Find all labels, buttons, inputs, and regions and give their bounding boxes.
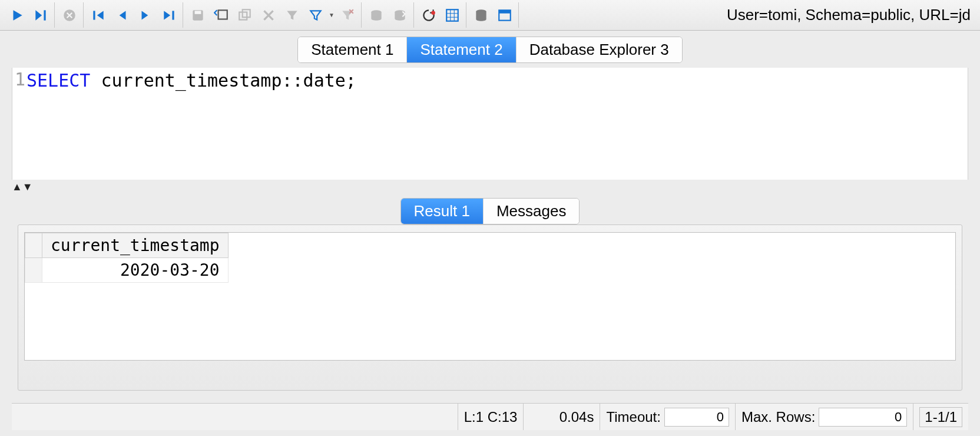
splitter-handle[interactable]: ▲▼ xyxy=(12,180,968,194)
clear-filter-button xyxy=(336,4,359,27)
refresh-button[interactable] xyxy=(418,4,440,27)
insert-row-button[interactable] xyxy=(210,4,233,27)
tab-statement-3[interactable]: Database Explorer 3 xyxy=(517,37,682,62)
show-tables-button[interactable] xyxy=(494,4,516,27)
tab-statement-2[interactable]: Statement 2 xyxy=(407,37,516,62)
connection-info: User=tomi, Schema=public, URL=jd xyxy=(721,6,976,24)
result-tabs: Result 1Messages xyxy=(0,194,980,224)
save-button xyxy=(187,4,209,27)
timeout-input[interactable]: 0 xyxy=(664,408,729,427)
grid-options-button[interactable] xyxy=(441,4,463,27)
prev-record-button[interactable] xyxy=(111,4,133,27)
row-selector-header[interactable] xyxy=(25,233,42,258)
sql-text[interactable]: SELECT current_timestamp::date; xyxy=(27,68,968,180)
svg-rect-12 xyxy=(446,9,458,21)
timeout-field: Timeout: 0 xyxy=(600,404,734,430)
delete-row-button xyxy=(257,4,280,27)
stop-button xyxy=(58,4,81,27)
svg-rect-2 xyxy=(93,11,95,19)
timeout-label: Timeout: xyxy=(606,409,660,425)
line-gutter: 1 xyxy=(12,68,27,180)
run-to-cursor-button[interactable] xyxy=(29,4,52,27)
rollback-button xyxy=(389,4,411,27)
status-message xyxy=(12,404,458,430)
last-record-button[interactable] xyxy=(158,4,180,27)
maxrows-input[interactable]: 0 xyxy=(819,408,907,427)
run-button[interactable] xyxy=(6,4,28,27)
commit-button xyxy=(365,4,388,27)
row-range: 1-1/1 xyxy=(913,404,968,430)
filter-button xyxy=(281,4,303,27)
maxrows-field: Max. Rows: 0 xyxy=(735,404,913,430)
svg-rect-15 xyxy=(499,10,511,13)
row-selector[interactable] xyxy=(25,258,42,283)
editor-tabs: Statement 1Statement 2Database Explorer … xyxy=(0,31,980,63)
table-row[interactable]: 2020-03-20 xyxy=(25,258,229,283)
cursor-position: L:1 C:13 xyxy=(458,404,524,430)
svg-rect-0 xyxy=(44,10,45,20)
svg-rect-6 xyxy=(218,10,227,19)
cell[interactable]: 2020-03-20 xyxy=(42,258,229,283)
svg-rect-5 xyxy=(195,11,201,14)
db-explorer-button[interactable] xyxy=(470,4,492,27)
result-tab-0[interactable]: Result 1 xyxy=(401,199,484,224)
svg-rect-8 xyxy=(243,9,250,17)
maxrows-label: Max. Rows: xyxy=(741,409,815,425)
column-header[interactable]: current_timestamp xyxy=(42,233,229,258)
main-toolbar: ▼ User=tomi, Schema=public, URL=jd xyxy=(0,0,980,31)
result-panel: current_timestamp2020-03-20 xyxy=(18,224,962,391)
sql-editor[interactable]: 1 SELECT current_timestamp::date; xyxy=(12,68,968,180)
svg-point-11 xyxy=(431,11,435,15)
filter-dialog-button[interactable] xyxy=(304,4,327,27)
next-record-button[interactable] xyxy=(134,4,157,27)
result-tab-1[interactable]: Messages xyxy=(484,199,580,224)
chevron-down-icon[interactable]: ▼ xyxy=(328,12,335,18)
status-bar: L:1 C:13 0.04s Timeout: 0 Max. Rows: 0 1… xyxy=(12,403,968,430)
result-grid[interactable]: current_timestamp2020-03-20 xyxy=(24,232,956,361)
copy-row-button xyxy=(234,4,256,27)
first-record-button[interactable] xyxy=(87,4,110,27)
elapsed-time: 0.04s xyxy=(523,404,600,430)
svg-rect-3 xyxy=(172,11,174,19)
tab-statement-1[interactable]: Statement 1 xyxy=(298,37,407,62)
